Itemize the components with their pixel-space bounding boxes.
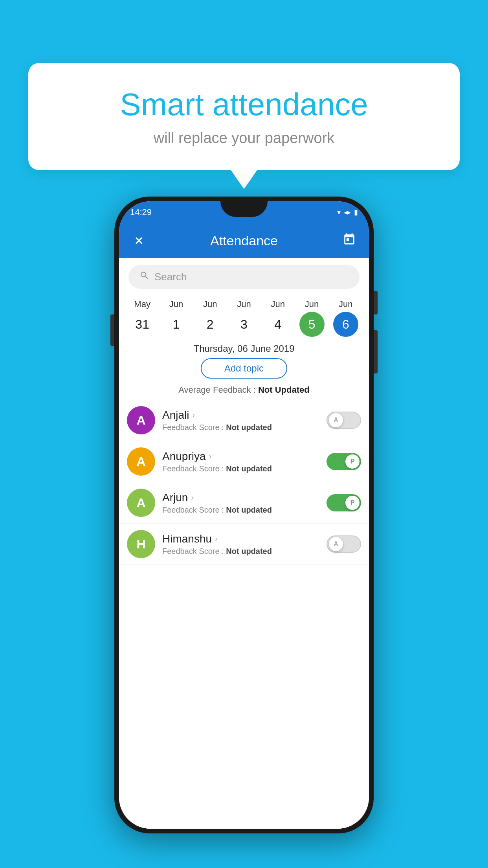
- student-item: AArjun ›Feedback Score : Not updatedP: [119, 482, 369, 524]
- student-info: Anupriya ›Feedback Score : Not updated: [162, 450, 319, 473]
- student-name[interactable]: Anupriya ›: [162, 450, 319, 463]
- cal-month-label: Jun: [203, 299, 217, 309]
- cal-month-label: Jun: [271, 299, 285, 309]
- student-name[interactable]: Anjali ›: [162, 409, 319, 421]
- toggle-thumb: A: [329, 413, 343, 427]
- side-btn-right1: [374, 291, 378, 314]
- feedback-score: Feedback Score : Not updated: [162, 423, 319, 432]
- bubble-title: Smart attendance: [60, 86, 428, 123]
- chevron-icon: ›: [192, 410, 195, 419]
- calendar-day[interactable]: Jun1: [163, 299, 189, 337]
- calendar-day[interactable]: May31: [130, 299, 155, 337]
- app-bar: ✕ Attendance: [119, 223, 369, 258]
- selected-date: Thursday, 06 June 2019: [119, 343, 369, 354]
- calendar-day[interactable]: Jun3: [231, 299, 257, 337]
- attendance-toggle[interactable]: P: [327, 494, 361, 511]
- cal-month-label: May: [134, 299, 150, 309]
- cal-day-number: 4: [265, 312, 290, 337]
- toggle-thumb: A: [329, 537, 343, 551]
- cal-day-number: 1: [163, 312, 189, 337]
- toggle-container[interactable]: P: [327, 494, 361, 511]
- student-name[interactable]: Himanshu ›: [162, 533, 319, 545]
- phone-frame: 14:29 ▾ ◂▸ ▮ ✕ Attendance: [114, 197, 374, 833]
- add-topic-container: Add topic: [119, 358, 369, 385]
- content: Search May31Jun1Jun2Jun3Jun4Jun5Jun6 Thu…: [119, 258, 369, 829]
- avatar: A: [127, 447, 155, 476]
- avg-feedback: Average Feedback : Not Updated: [119, 385, 369, 395]
- toggle-container[interactable]: A: [327, 535, 361, 553]
- calendar-day[interactable]: Jun4: [265, 299, 290, 337]
- search-input-placeholder: Search: [154, 271, 187, 283]
- attendance-toggle[interactable]: A: [327, 412, 361, 429]
- cal-month-label: Jun: [169, 299, 183, 309]
- toggle-thumb: P: [345, 496, 360, 510]
- add-topic-button[interactable]: Add topic: [201, 358, 287, 379]
- cal-day-number: 31: [130, 312, 155, 337]
- attendance-toggle[interactable]: A: [327, 535, 361, 553]
- calendar-icon[interactable]: [339, 233, 360, 249]
- search-bar[interactable]: Search: [128, 265, 360, 289]
- toggle-container[interactable]: P: [327, 453, 361, 470]
- student-item: HHimanshu ›Feedback Score : Not updatedA: [119, 524, 369, 565]
- avatar: A: [127, 406, 155, 434]
- student-info: Anjali ›Feedback Score : Not updated: [162, 409, 319, 432]
- cal-day-number: 6: [333, 312, 358, 337]
- battery-icon: ▮: [354, 208, 358, 217]
- student-item: AAnjali ›Feedback Score : Not updatedA: [119, 400, 369, 441]
- student-item: AAnupriya ›Feedback Score : Not updatedP: [119, 441, 369, 482]
- cal-month-label: Jun: [237, 299, 251, 309]
- cal-month-label: Jun: [339, 299, 352, 309]
- status-time: 14:29: [130, 207, 152, 217]
- signal-icon: ◂▸: [344, 208, 351, 217]
- calendar-strip: May31Jun1Jun2Jun3Jun4Jun5Jun6: [119, 296, 369, 337]
- chevron-icon: ›: [215, 534, 218, 543]
- chevron-icon: ›: [209, 452, 212, 461]
- side-btn-right2: [374, 330, 378, 373]
- phone-inner: 14:29 ▾ ◂▸ ▮ ✕ Attendance: [119, 201, 369, 829]
- attendance-toggle[interactable]: P: [327, 453, 361, 470]
- toggle-container[interactable]: A: [327, 412, 361, 429]
- cal-month-label: Jun: [305, 299, 319, 309]
- calendar-day[interactable]: Jun6: [333, 299, 358, 337]
- status-icons: ▾ ◂▸ ▮: [337, 208, 358, 217]
- app-bar-title: Attendance: [149, 233, 339, 248]
- side-btn-left: [110, 314, 114, 346]
- speech-bubble: Smart attendance will replace your paper…: [28, 63, 460, 170]
- toggle-thumb: P: [345, 454, 360, 469]
- wifi-icon: ▾: [337, 208, 341, 217]
- student-list: AAnjali ›Feedback Score : Not updatedAAA…: [119, 400, 369, 565]
- cal-day-number: 5: [299, 312, 325, 337]
- close-icon[interactable]: ✕: [128, 234, 149, 248]
- search-icon: [139, 270, 150, 283]
- calendar-day[interactable]: Jun5: [299, 299, 325, 337]
- avatar: A: [127, 489, 155, 517]
- cal-day-number: 2: [198, 312, 223, 337]
- student-name[interactable]: Arjun ›: [162, 491, 319, 504]
- avatar: H: [127, 530, 155, 558]
- feedback-score: Feedback Score : Not updated: [162, 506, 319, 515]
- student-info: Himanshu ›Feedback Score : Not updated: [162, 533, 319, 556]
- feedback-score: Feedback Score : Not updated: [162, 547, 319, 556]
- chevron-icon: ›: [191, 493, 194, 502]
- student-info: Arjun ›Feedback Score : Not updated: [162, 491, 319, 515]
- calendar-day[interactable]: Jun2: [198, 299, 223, 337]
- bubble-subtitle: will replace your paperwork: [60, 130, 428, 147]
- cal-day-number: 3: [231, 312, 257, 337]
- feedback-score: Feedback Score : Not updated: [162, 464, 319, 473]
